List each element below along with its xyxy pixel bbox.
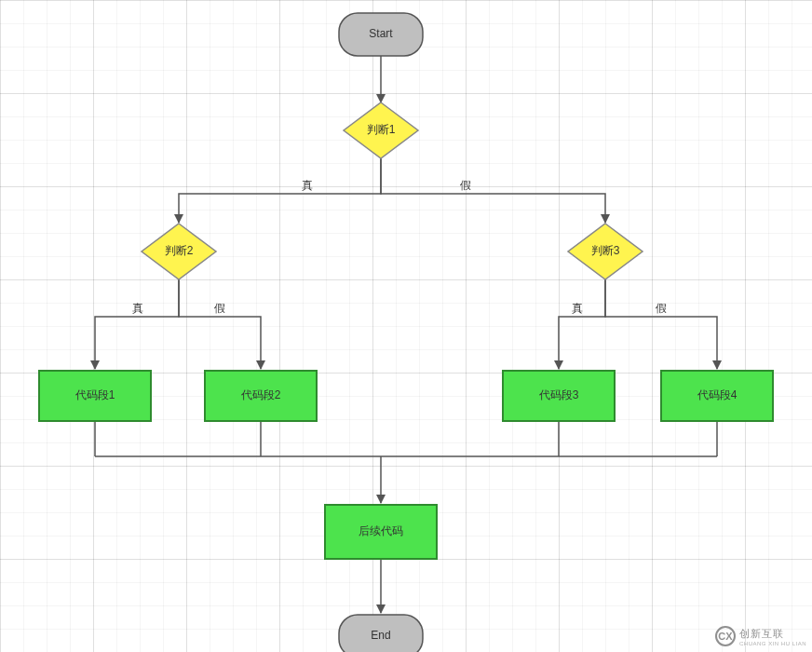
node-decision3-label: 判断3 [591,244,620,257]
watermark-logo-icon: CX [715,626,736,646]
node-start-label: Start [369,27,393,40]
edge-d3-c3 [559,279,605,369]
node-code1-label: 代码段1 [74,388,115,401]
node-code2: 代码段2 [205,371,317,421]
node-code2-label: 代码段2 [240,388,281,401]
edge-d2-c2 [179,279,261,369]
node-decision2: 判断2 [142,224,216,279]
edge-d3-c4 [605,279,717,369]
node-code1: 代码段1 [39,371,151,421]
node-end-label: End [371,629,390,642]
node-end: End [339,615,423,652]
watermark-sub: CHUANG XIN HU LIAN [739,641,806,646]
edge-label-d3-false: 假 [656,302,667,315]
node-code4-label: 代码段4 [697,388,738,401]
edge-d2-c1 [95,279,179,369]
edge-label-d3-true: 真 [572,302,583,315]
node-decision1-label: 判断1 [367,123,396,136]
watermark-main: 创新互联 [739,627,806,641]
edge-label-d2-true: 真 [132,302,143,315]
edge-label-d1-true: 真 [302,179,313,192]
node-decision2-label: 判断2 [165,244,194,257]
node-code3-label: 代码段3 [538,388,579,401]
edge-label-d2-false: 假 [214,302,225,315]
watermark: CX 创新互联 CHUANG XIN HU LIAN [715,626,806,646]
node-code3: 代码段3 [503,371,615,421]
node-followup-label: 后续代码 [359,524,403,537]
node-code4: 代码段4 [661,371,773,421]
node-decision1: 判断1 [344,102,418,158]
edge-d1-d3 [381,158,605,223]
node-decision3: 判断3 [568,224,643,279]
edge-label-d1-false: 假 [460,179,471,192]
edge-d1-d2 [179,158,381,223]
node-followup: 后续代码 [325,505,437,559]
node-start: Start [339,13,423,56]
flowchart-canvas: 真 假 真 假 真 假 Start 判断1 判断2 判断3 代 [0,0,812,652]
